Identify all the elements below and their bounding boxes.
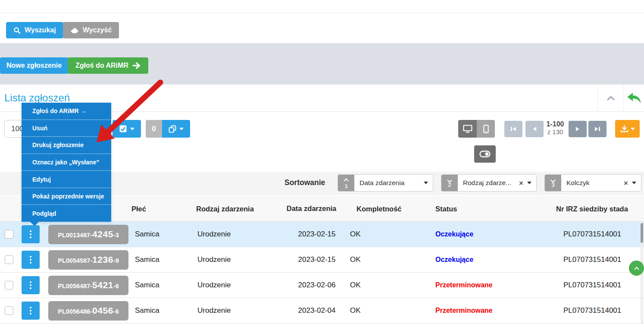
previous-page-button[interactable] [525,121,544,137]
pagination-total: z 130 [542,128,568,135]
chevron-right-icon [575,126,580,132]
kebab-icon [30,230,31,238]
row-actions-button[interactable] [22,276,40,294]
header-event-type: Rodzaj zdarzenia [196,204,254,213]
sort-criterion-label: Rodzaj zdarze... [458,179,519,187]
cell-herd-number: PL070731514001 [563,281,621,289]
toggle-filters-button[interactable] [474,145,496,163]
sort-order-badge: 3 [545,175,561,191]
clear-button[interactable]: Wyczyść [63,22,119,38]
header-herd-number: Nr IRZ siedziby stada [556,204,628,213]
cell-sex: Samica [135,230,159,239]
cell-event-type: Urodzenie [197,306,231,315]
ear-tag-badge: PL0054587-1236-9 [48,250,128,270]
skip-to-last-icon [594,126,600,132]
cell-completeness: OK [350,306,361,315]
cell-event-type: Urodzenie [197,230,231,239]
mobile-icon [483,125,489,133]
cell-sex: Samica [135,255,159,264]
table-row: PL0056486-0456-6 Samica Urodzenie 2023-0… [0,298,644,324]
pagination-range: 1-100 [542,120,568,128]
ear-tag-badge: PL0056486-0456-6 [48,301,128,321]
cell-completeness: OK [350,255,361,264]
menu-item-edit[interactable]: Edytuj [22,170,111,188]
arrow-right-icon [132,62,141,69]
new-report-button[interactable]: Nowe zgłoszenie [0,57,68,74]
menu-item-delete[interactable]: Usuń [22,120,111,137]
clear-button-label: Wyczyść [83,26,112,34]
submit-to-arimr-button[interactable]: Zgłoś do ARiMR [68,57,148,74]
ear-tag-badge: PL0013487-4245-3 [48,225,128,244]
cell-herd-number: PL070731514001 [563,306,621,315]
select-all-dropdown-button[interactable] [113,120,141,138]
chevron-up-icon [344,178,348,183]
cell-completeness: OK [350,281,361,289]
menu-item-submit-arimr[interactable]: Zgłoś do ARiMR → [22,103,111,120]
kebab-icon [30,281,31,289]
menu-item-print-report[interactable]: Drukuj zgłoszenie [22,136,111,154]
status-badge: Oczekujące [435,230,473,238]
caret-down-icon [424,182,428,184]
cell-event-type: Urodzenie [197,281,231,289]
status-badge: Oczekujące [435,256,473,264]
chevron-left-icon [532,126,537,132]
row-actions-button[interactable] [22,225,40,243]
chevron-up-icon [634,267,639,271]
skip-to-first-icon [510,126,516,132]
menu-item-preview[interactable]: Podgląd [22,204,111,222]
cell-completeness: OK [350,230,361,239]
row-checkbox[interactable] [5,230,13,239]
menu-caret [30,222,39,226]
row-actions-button[interactable] [22,302,40,320]
ear-tag-badge: PL0056487-5421-6 [48,276,128,295]
caret-down-icon [527,182,531,184]
next-page-button[interactable] [569,121,587,137]
collapse-panel-button[interactable] [598,85,623,111]
remove-sort-icon[interactable]: × [624,179,628,187]
row-checkbox[interactable] [5,281,13,289]
copy-dropdown-button[interactable] [162,120,190,138]
sort-criterion-1-dropdown[interactable]: 1 Data zdarzenia [338,174,433,192]
caret-down-icon [130,128,134,130]
desktop-icon [463,125,472,133]
search-section: Wyszukaj Wyczyść [0,13,644,43]
search-button[interactable]: Wyszukaj [6,22,63,38]
submit-label: Zgłoś do ARiMR [75,62,128,69]
download-dropdown-button[interactable] [615,120,640,138]
scrollbar-thumb[interactable] [641,223,643,243]
desktop-view-button[interactable] [458,120,477,138]
menu-item-previous-versions[interactable]: Pokaż poprzednie wersje [22,188,111,205]
first-page-button[interactable] [504,121,522,137]
mobile-view-button[interactable] [477,120,495,138]
menu-item-mark-as-sent[interactable]: Oznacz jako „Wysłane” [22,154,111,171]
table-row: PL0056487-5421-6 Samica Urodzenie 2023-0… [0,273,644,298]
top-strip [0,0,644,13]
selected-count-badge: 0 [146,120,162,138]
search-button-label: Wyszukaj [25,26,56,34]
kebab-icon [30,307,31,315]
back-button[interactable] [624,85,644,111]
row-checkbox[interactable] [5,255,13,264]
scroll-to-top-button[interactable] [629,261,644,276]
row-actions-button[interactable] [22,251,40,269]
search-icon [13,27,21,34]
cell-herd-number: PL070731514001 [563,255,621,264]
header-completeness: Kompletność [356,204,402,213]
header-status: Status [435,204,457,213]
eraser-icon [70,27,79,34]
sort-order-badge: 1 [338,175,354,191]
sort-criterion-2-dropdown[interactable]: 2 Rodzaj zdarze... × [441,174,537,192]
sort-order-badge: 2 [441,175,458,191]
caret-down-icon [631,128,635,130]
caret-down-icon [179,128,184,130]
header-sex: Płeć [131,204,146,213]
context-menu: Zgłoś do ARiMR → Usuń Drukuj zgłoszenie … [22,103,111,222]
undo-arrow-icon [627,92,641,104]
caret-down-icon [632,182,636,184]
sort-criterion-3-dropdown[interactable]: 3 Kolczyk × [544,174,641,192]
last-page-button[interactable] [588,121,606,137]
row-checkbox[interactable] [5,306,13,315]
table-body: PL0013487-4245-3 Samica Urodzenie 2023-0… [0,222,644,324]
pagination-label: 1-100 z 130 [542,120,568,136]
remove-sort-icon[interactable]: × [519,179,523,187]
